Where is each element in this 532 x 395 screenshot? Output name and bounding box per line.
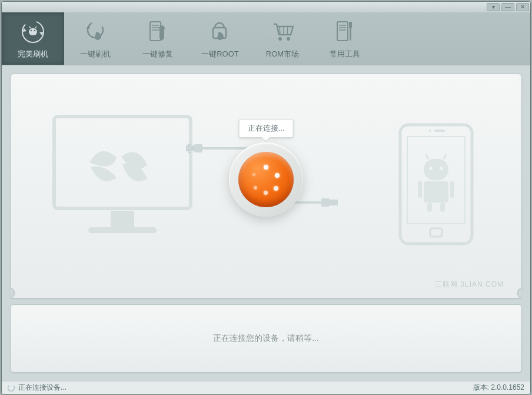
svg-rect-27 bbox=[194, 144, 202, 152]
close-button[interactable]: ✕ bbox=[516, 3, 529, 11]
svg-rect-30 bbox=[321, 198, 330, 207]
watermark-text: 三联网 3LIAN.COM bbox=[435, 280, 504, 290]
tab-common-tools[interactable]: 常用工具 bbox=[314, 12, 376, 65]
tab-rom-market[interactable]: ROM市场 bbox=[251, 12, 314, 65]
menu-button[interactable]: ▾ bbox=[487, 3, 500, 11]
svg-rect-41 bbox=[427, 203, 432, 212]
svg-point-35 bbox=[429, 130, 431, 132]
svg-point-43 bbox=[429, 167, 433, 170]
svg-line-45 bbox=[426, 154, 428, 159]
svg-rect-42 bbox=[440, 203, 445, 212]
status-text: 正在连接设备... bbox=[18, 383, 66, 393]
tab-label: 常用工具 bbox=[330, 49, 360, 59]
svg-rect-23 bbox=[54, 117, 191, 208]
tab-one-key-root[interactable]: 一键ROOT bbox=[189, 12, 251, 65]
connecting-message: 正在连接您的设备，请稍等... bbox=[213, 333, 319, 344]
spinner-icon bbox=[8, 384, 15, 391]
svg-rect-22 bbox=[350, 28, 351, 38]
lock-hand-icon bbox=[207, 18, 234, 45]
minimize-button[interactable]: — bbox=[501, 3, 514, 11]
message-panel: 正在连接您的设备，请稍等... bbox=[10, 304, 522, 373]
refresh-hand-icon bbox=[82, 18, 109, 45]
tab-perfect-flash[interactable]: 完美刷机 bbox=[2, 12, 64, 65]
svg-rect-7 bbox=[150, 22, 161, 41]
connect-button-inner bbox=[238, 152, 294, 207]
main-toolbar: 完美刷机 一键刷机 一键修复 bbox=[2, 12, 530, 66]
svg-point-44 bbox=[440, 167, 443, 170]
svg-line-4 bbox=[29, 26, 31, 28]
titlebar: ▾ — ✕ bbox=[2, 2, 530, 12]
computer-illustration bbox=[52, 114, 193, 244]
phone-screwdriver-icon bbox=[331, 18, 358, 45]
connect-button[interactable] bbox=[229, 142, 303, 217]
svg-rect-1 bbox=[29, 28, 37, 35]
svg-rect-25 bbox=[88, 227, 157, 233]
tab-label: 一键刷机 bbox=[80, 49, 111, 59]
svg-rect-24 bbox=[111, 211, 134, 227]
phone-illustration bbox=[398, 122, 474, 246]
svg-point-3 bbox=[34, 29, 35, 31]
svg-line-5 bbox=[35, 26, 36, 28]
version-info: 版本: 2.0.0.1652 bbox=[473, 383, 524, 393]
svg-rect-34 bbox=[430, 228, 442, 237]
svg-rect-38 bbox=[424, 181, 448, 203]
svg-point-2 bbox=[31, 29, 32, 31]
tab-label: 一键修复 bbox=[142, 49, 173, 59]
connection-panel: 正在连接... bbox=[10, 74, 522, 298]
tab-label: ROM市场 bbox=[266, 49, 299, 59]
tab-label: 完美刷机 bbox=[18, 49, 48, 59]
usb-cable-left bbox=[186, 144, 248, 153]
statusbar: 正在连接设备... 版本: 2.0.0.1652 bbox=[2, 381, 530, 394]
svg-line-12 bbox=[280, 26, 280, 35]
version-value: 2.0.0.1652 bbox=[491, 383, 524, 391]
phone-wrench-icon bbox=[144, 18, 171, 45]
connecting-tooltip: 正在连接... bbox=[239, 119, 294, 138]
svg-line-46 bbox=[444, 154, 446, 159]
svg-rect-36 bbox=[434, 130, 445, 132]
version-label: 版本: bbox=[473, 383, 489, 391]
content-area: 正在连接... bbox=[2, 65, 530, 381]
tooltip-text: 正在连接... bbox=[248, 124, 285, 132]
svg-rect-31 bbox=[330, 200, 338, 205]
svg-rect-39 bbox=[418, 181, 422, 198]
tab-label: 一键ROOT bbox=[201, 49, 239, 59]
cart-icon bbox=[269, 18, 296, 45]
tab-one-key-repair[interactable]: 一键修复 bbox=[127, 12, 189, 65]
svg-point-15 bbox=[278, 37, 282, 41]
svg-rect-37 bbox=[424, 159, 448, 180]
app-window: ▾ — ✕ 完美刷机 bbox=[1, 1, 531, 394]
svg-rect-40 bbox=[450, 181, 454, 198]
svg-rect-21 bbox=[349, 22, 352, 28]
tab-one-key-flash[interactable]: 一键刷机 bbox=[64, 12, 127, 65]
svg-line-14 bbox=[287, 26, 288, 35]
svg-point-16 bbox=[287, 37, 290, 41]
svg-rect-17 bbox=[337, 22, 348, 41]
android-refresh-icon bbox=[19, 18, 46, 45]
